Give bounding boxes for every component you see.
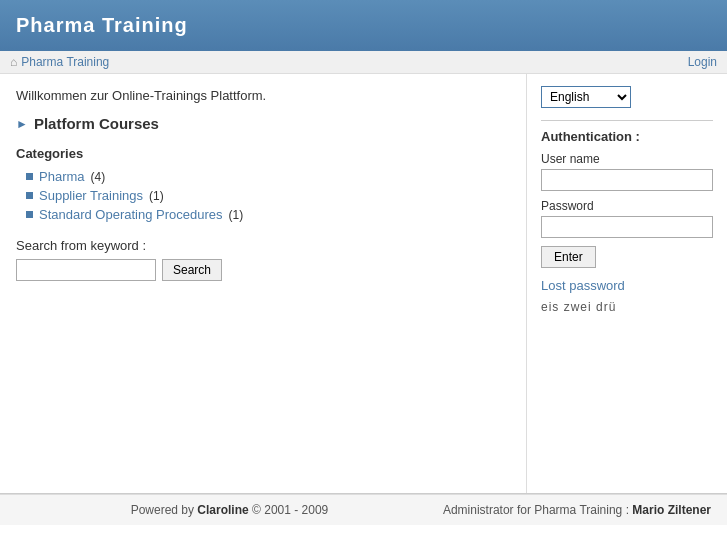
content-area: Willkommen zur Online-Trainings Plattfor… [0,74,527,493]
page-header: Pharma Training [0,0,727,51]
right-panel: English Deutsch Français Authentication … [527,74,727,493]
admin-label: Administrator for Pharma Training : [443,503,629,517]
list-item: Supplier Trainings (1) [26,188,510,203]
site-title: Pharma Training [16,14,711,37]
search-label: Search from keyword : [16,238,510,253]
category-sop-count: (1) [229,208,244,222]
home-icon: ⌂ [10,55,17,69]
footer-admin: Administrator for Pharma Training : Mari… [443,503,711,517]
auth-divider [541,120,713,121]
lost-password-link[interactable]: Lost password [541,278,713,293]
category-pharma-link[interactable]: Pharma [39,169,85,184]
password-label: Password [541,199,713,213]
username-input[interactable] [541,169,713,191]
bullet-icon [26,192,33,199]
bullet-icon [26,211,33,218]
category-supplier-link[interactable]: Supplier Trainings [39,188,143,203]
footer: Powered by Claroline © 2001 - 2009 Admin… [0,494,727,525]
category-list: Pharma (4) Supplier Trainings (1) Standa… [26,169,510,222]
welcome-text: Willkommen zur Online-Trainings Plattfor… [16,88,510,103]
captcha-text: eis zwei drü [541,300,616,314]
bullet-icon [26,173,33,180]
language-select-row: English Deutsch Français [541,86,713,108]
footer-copyright: © 2001 - 2009 [252,503,328,517]
username-label: User name [541,152,713,166]
auth-title: Authentication : [541,129,713,144]
triangle-icon: ► [16,117,28,131]
list-item: Standard Operating Procedures (1) [26,207,510,222]
admin-name: Mario Ziltener [632,503,711,517]
platform-courses-title-text: Platform Courses [34,115,159,132]
search-input[interactable] [16,259,156,281]
login-link[interactable]: Login [688,55,717,69]
powered-by-text: Powered by [131,503,198,517]
password-input[interactable] [541,216,713,238]
categories-label: Categories [16,146,510,161]
enter-button[interactable]: Enter [541,246,596,268]
category-pharma-count: (4) [91,170,106,184]
list-item: Pharma (4) [26,169,510,184]
search-button[interactable]: Search [162,259,222,281]
language-select[interactable]: English Deutsch Français [541,86,631,108]
search-row: Search [16,259,510,281]
breadcrumb-site-link[interactable]: Pharma Training [21,55,109,69]
breadcrumb-left: ⌂ Pharma Training [10,55,109,69]
category-supplier-count: (1) [149,189,164,203]
claroline-link[interactable]: Claroline [197,503,248,517]
platform-courses-heading: ► Platform Courses [16,115,510,132]
breadcrumb-bar: ⌂ Pharma Training Login [0,51,727,74]
main-layout: Willkommen zur Online-Trainings Plattfor… [0,74,727,494]
category-sop-link[interactable]: Standard Operating Procedures [39,207,223,222]
footer-powered-by: Powered by Claroline © 2001 - 2009 [16,503,443,517]
